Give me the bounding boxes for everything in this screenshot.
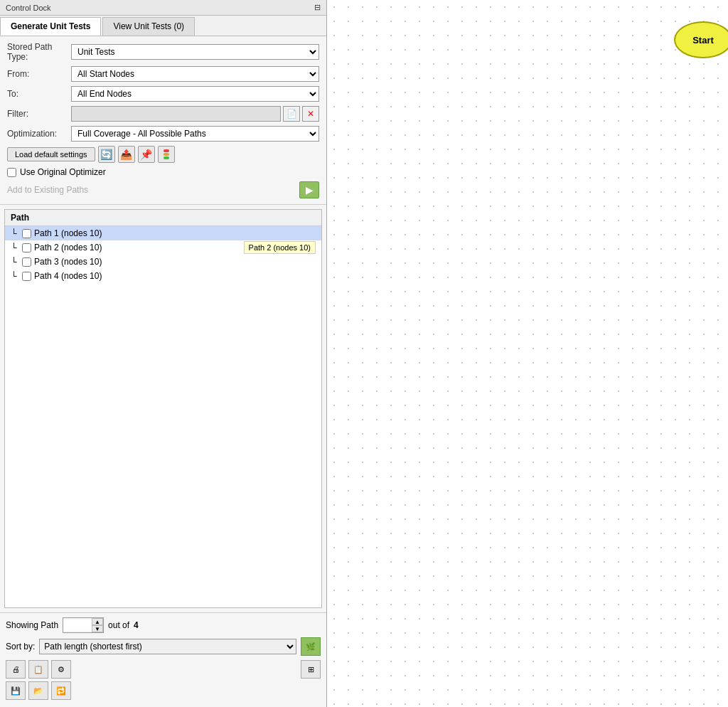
use-original-optimizer-row: Use Original Optimizer: [7, 167, 319, 177]
copy-button[interactable]: 📋: [28, 660, 48, 679]
filter-label: Filter:: [7, 109, 71, 119]
diagram-svg: [327, 0, 728, 707]
stored-path-type-label: Stored Path Type:: [7, 42, 71, 62]
export-icon-button[interactable]: 📤: [118, 146, 135, 163]
control-dock-title: Control Dock ⊟: [0, 0, 326, 16]
sort-select[interactable]: Path length (shortest first): [39, 639, 296, 654]
refresh-icon-button[interactable]: 🔄: [98, 146, 115, 163]
optimization-row: Optimization: Full Coverage - All Possib…: [7, 126, 319, 142]
tab-generate[interactable]: Generate Unit Tests: [0, 17, 101, 36]
add-to-paths-row: Add to Existing Paths ▶: [7, 181, 319, 198]
use-original-optimizer-label: Use Original Optimizer: [20, 167, 106, 177]
load-default-button[interactable]: Load default settings: [7, 147, 95, 161]
action-buttons-row: Load default settings 🔄 📤 📌: [7, 146, 319, 163]
path-spinner[interactable]: 1 ▲ ▼: [63, 617, 104, 633]
from-select[interactable]: All Start Nodes: [71, 66, 319, 82]
filter-row: Filter: 📄 ✕: [7, 106, 319, 122]
tab-view[interactable]: View Unit Tests (0): [102, 17, 195, 36]
to-select[interactable]: All End Nodes: [71, 86, 319, 102]
path-item[interactable]: └ Path 3 (nodes 10): [5, 255, 321, 269]
filter-input[interactable]: [71, 106, 281, 122]
run-button[interactable]: ▶: [299, 181, 319, 198]
showing-row: Showing Path 1 ▲ ▼ out of 4: [6, 617, 321, 633]
to-row: To: All End Nodes: [7, 86, 319, 102]
filter-clear-button[interactable]: ✕: [302, 106, 319, 122]
path-item[interactable]: └ Path 2 (nodes 10) Path 2 (nodes 10): [5, 240, 321, 255]
optimization-select[interactable]: Full Coverage - All Possible Paths: [71, 126, 319, 142]
start-node-label: Start: [692, 35, 714, 46]
stored-path-type-row: Stored Path Type: Unit Tests: [7, 42, 319, 62]
from-row: From: All Start Nodes: [7, 66, 319, 82]
path-2-label: Path 2 (nodes 10): [34, 243, 102, 253]
diagram-area[interactable]: Start Go Login Page Remember me? usernam…: [327, 0, 728, 707]
add-to-paths-label: Add to Existing Paths: [7, 185, 299, 195]
sort-icon-button[interactable]: 🌿: [301, 637, 321, 656]
path-2-checkbox[interactable]: [22, 243, 31, 253]
spin-arrows: ▲ ▼: [92, 618, 103, 632]
use-original-optimizer-checkbox[interactable]: [7, 168, 16, 177]
pin-icon-button[interactable]: 📌: [138, 146, 155, 163]
path-3-label: Path 3 (nodes 10): [34, 257, 102, 267]
start-node[interactable]: Start: [674, 21, 728, 58]
path-1-label: Path 1 (nodes 10): [34, 228, 102, 238]
minimize-icon[interactable]: ⊟: [314, 3, 321, 12]
showing-value-input[interactable]: 1: [63, 620, 92, 631]
path-3-checkbox[interactable]: [22, 257, 31, 267]
sort-label: Sort by:: [6, 642, 35, 652]
path-item[interactable]: └ Path 1 (nodes 10): [5, 226, 321, 240]
spin-up-button[interactable]: ▲: [92, 618, 103, 625]
path-list-section: Path └ Path 1 (nodes 10) └ Path 2 (nodes…: [4, 209, 322, 608]
refresh2-button[interactable]: 🔁: [51, 681, 71, 700]
optimization-label: Optimization:: [7, 129, 71, 139]
path-item[interactable]: └ Path 4 (nodes 10): [5, 269, 321, 283]
path-list-header: Path: [5, 210, 321, 226]
showing-label: Showing Path: [6, 620, 58, 630]
save-button[interactable]: 💾: [6, 681, 26, 700]
print-button[interactable]: 🖨: [6, 660, 26, 679]
form-area: Stored Path Type: Unit Tests From: All S…: [0, 36, 326, 205]
main-container: Control Dock ⊟ Generate Unit Tests View …: [0, 0, 728, 707]
out-of-value: 4: [134, 620, 139, 630]
bottom-controls: Showing Path 1 ▲ ▼ out of 4 Sort by: Pat…: [0, 612, 326, 707]
path-4-label: Path 4 (nodes 10): [34, 271, 102, 281]
bottom-btn-row-2: 💾 📂 🔁: [6, 681, 321, 700]
to-label: To:: [7, 89, 71, 99]
grid-button[interactable]: ⊞: [301, 660, 321, 679]
left-panel: Control Dock ⊟ Generate Unit Tests View …: [0, 0, 327, 707]
control-dock-label: Control Dock: [6, 4, 51, 12]
diagram-canvas: Start Go Login Page Remember me? usernam…: [327, 0, 728, 707]
settings2-button[interactable]: ⚙: [51, 660, 71, 679]
spin-down-button[interactable]: ▼: [92, 625, 103, 632]
open-button[interactable]: 📂: [28, 681, 48, 700]
path-4-checkbox[interactable]: [22, 272, 31, 281]
path-2-tooltip: Path 2 (nodes 10): [244, 241, 316, 254]
bottom-btn-row-1: 🖨 📋 ⚙ ⊞: [6, 660, 321, 679]
traffic-light-icon-button[interactable]: [158, 146, 175, 163]
stored-path-type-select[interactable]: Unit Tests: [71, 44, 319, 60]
path-1-checkbox[interactable]: [22, 229, 31, 238]
tabs-row: Generate Unit Tests View Unit Tests (0): [0, 16, 326, 36]
out-of-label: out of: [108, 620, 129, 630]
sort-row: Sort by: Path length (shortest first) 🌿: [6, 637, 321, 656]
from-label: From:: [7, 69, 71, 79]
filter-browse-button[interactable]: 📄: [283, 106, 300, 122]
